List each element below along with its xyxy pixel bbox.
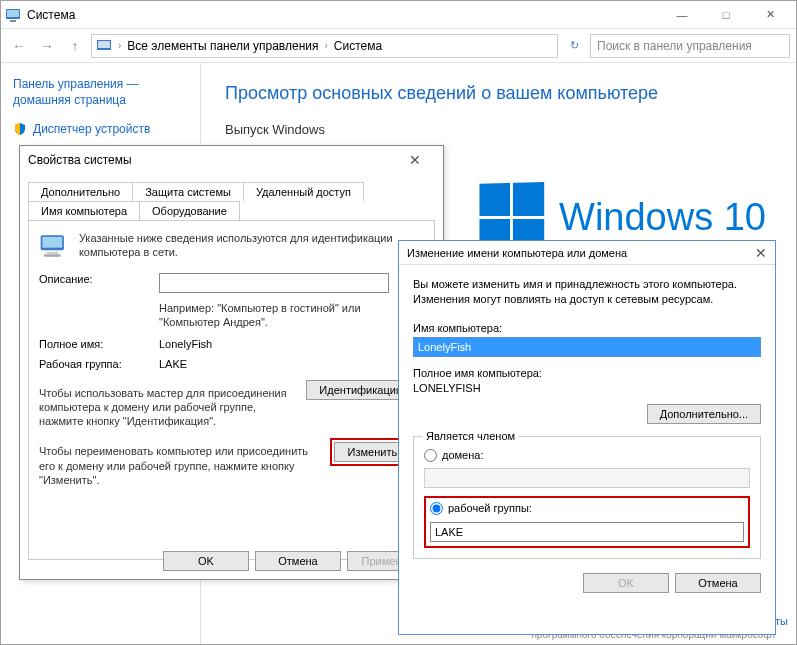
system-icon xyxy=(5,7,21,23)
maximize-button[interactable]: □ xyxy=(704,1,748,29)
dialog-titlebar: Изменение имени компьютера или домена ✕ xyxy=(399,241,775,265)
tab-remote[interactable]: Удаленный доступ xyxy=(243,182,364,201)
workgroup-label: рабочей группы: xyxy=(448,502,532,514)
sidebar-home-link[interactable]: Панель управления — домашняя страница xyxy=(13,77,188,108)
domain-radio[interactable] xyxy=(424,449,437,462)
rename-computer-dialog: Изменение имени компьютера или домена ✕ … xyxy=(398,240,776,635)
workgroup-value: LAKE xyxy=(159,358,187,370)
close-button[interactable]: ✕ xyxy=(395,152,435,168)
breadcrumb-item[interactable]: Система xyxy=(334,39,382,53)
tab-protection[interactable]: Защита системы xyxy=(132,182,244,201)
breadcrumb-item[interactable]: Все элементы панели управления xyxy=(127,39,318,53)
titlebar: Система — □ ✕ xyxy=(1,1,796,29)
wizard-text: Чтобы использовать мастер для присоедине… xyxy=(39,386,296,429)
highlight-workgroup: рабочей группы: xyxy=(424,496,750,548)
ok-button[interactable]: OK xyxy=(163,551,249,571)
breadcrumb[interactable]: › Все элементы панели управления › Систе… xyxy=(91,34,558,58)
window-title: Система xyxy=(27,8,660,22)
cancel-button[interactable]: Отмена xyxy=(675,573,761,593)
tab-advanced[interactable]: Дополнительно xyxy=(28,182,133,201)
workgroup-radio[interactable] xyxy=(430,502,443,515)
domain-label: домена: xyxy=(442,449,483,461)
more-button[interactable]: Дополнительно... xyxy=(647,404,761,424)
member-legend: Является членом xyxy=(422,430,519,442)
computer-icon xyxy=(39,231,69,261)
dialog-title: Изменение имени компьютера или домена xyxy=(407,247,627,259)
computer-name-label: Имя компьютера: xyxy=(413,322,761,334)
svg-rect-2 xyxy=(10,20,16,22)
dialog-title: Свойства системы xyxy=(28,153,132,167)
fullname-value: LONELYFISH xyxy=(413,382,761,394)
close-button[interactable]: ✕ xyxy=(748,1,792,29)
search-input[interactable]: Поиск в панели управления xyxy=(590,34,790,58)
fullname-label: Полное имя компьютера: xyxy=(413,367,761,379)
rename-text: Чтобы переименовать компьютер или присое… xyxy=(39,444,320,487)
monitor-icon xyxy=(96,38,112,54)
intro-text: Указанные ниже сведения используются для… xyxy=(79,231,424,260)
ok-button[interactable]: OK xyxy=(583,573,669,593)
tab-body: Указанные ниже сведения используются для… xyxy=(28,220,435,560)
navbar: ← → ↑ › Все элементы панели управления ›… xyxy=(1,29,796,63)
workgroup-label: Рабочая группа: xyxy=(39,358,149,370)
intro-text: Вы можете изменить имя и принадлежность … xyxy=(413,277,761,308)
dialog-titlebar: Свойства системы ✕ xyxy=(20,146,443,174)
description-label: Описание: xyxy=(39,273,149,285)
svg-rect-4 xyxy=(98,41,110,48)
shield-icon xyxy=(13,122,27,136)
up-button[interactable]: ↑ xyxy=(63,34,87,58)
refresh-button[interactable]: ↻ xyxy=(562,34,586,58)
computer-name-input[interactable] xyxy=(413,337,761,357)
edition-section-label: Выпуск Windows xyxy=(225,122,772,137)
minimize-button[interactable]: — xyxy=(660,1,704,29)
close-button[interactable]: ✕ xyxy=(755,245,767,261)
domain-input xyxy=(424,468,750,488)
svg-rect-6 xyxy=(42,237,62,248)
page-title: Просмотр основных сведений о вашем компь… xyxy=(225,83,772,104)
svg-rect-7 xyxy=(46,252,58,254)
member-of-group: Является членом домена: рабочей группы: xyxy=(413,436,761,559)
workgroup-input[interactable] xyxy=(430,522,744,542)
device-manager-link[interactable]: Диспетчер устройств xyxy=(13,122,188,136)
system-properties-dialog: Свойства системы ✕ Дополнительно Защита … xyxy=(19,145,444,580)
forward-button[interactable]: → xyxy=(35,34,59,58)
example-text: Например: "Компьютер в гостиной" или "Ко… xyxy=(159,301,389,330)
fullname-label: Полное имя: xyxy=(39,338,149,350)
description-input[interactable] xyxy=(159,273,389,293)
tab-hardware[interactable]: Оборудование xyxy=(139,201,240,220)
back-button[interactable]: ← xyxy=(7,34,31,58)
svg-rect-8 xyxy=(44,254,61,256)
svg-rect-1 xyxy=(7,10,19,17)
fullname-value: LonelyFish xyxy=(159,338,212,350)
cancel-button[interactable]: Отмена xyxy=(255,551,341,571)
tab-computer-name[interactable]: Имя компьютера xyxy=(28,201,140,220)
